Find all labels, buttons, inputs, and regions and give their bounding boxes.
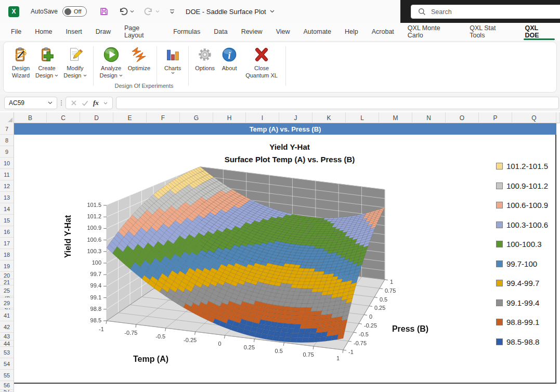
legend-item[interactable]: 101.2-101.5 — [496, 163, 548, 169]
row-header-21[interactable]: 21 — [0, 279, 14, 285]
close-quantum-xl-button[interactable]: Close Quantum XL — [241, 45, 282, 80]
column-header-D[interactable]: D — [80, 112, 113, 123]
tab-data[interactable]: Data — [207, 23, 234, 41]
row-header-10[interactable]: 10 — [0, 158, 14, 169]
tab-draw[interactable]: Draw — [89, 23, 118, 41]
column-header-I[interactable]: I — [246, 112, 279, 123]
excel-app-icon[interactable]: X — [8, 6, 19, 17]
row-header-11[interactable]: 11 — [0, 169, 14, 180]
row-header-55[interactable]: 55 — [0, 370, 14, 381]
column-header-H[interactable]: H — [213, 112, 246, 123]
column-header-M[interactable]: M — [379, 112, 412, 123]
column-header-K[interactable]: K — [312, 112, 346, 123]
customize-quick-access-button[interactable] — [169, 9, 175, 14]
about-button[interactable]: i About — [217, 45, 241, 73]
legend-item[interactable]: 100-100.3 — [496, 241, 548, 247]
column-header-J[interactable]: J — [279, 112, 312, 123]
tab-insert[interactable]: Insert — [59, 23, 89, 41]
undo-button[interactable] — [118, 6, 134, 17]
chart-legend[interactable]: 101.2-101.5100.9-101.2100.6-100.9100.3-1… — [496, 163, 548, 358]
tab-file[interactable]: File — [4, 23, 28, 41]
optimize-button[interactable]: Optimize — [125, 45, 153, 73]
design-wizard-button[interactable]: Design Wizard — [9, 45, 33, 80]
cancel-icon[interactable] — [71, 100, 77, 106]
row-header-18[interactable]: 18 — [0, 249, 14, 260]
column-headers: BCDEFGHIJKLMNOPQ — [0, 112, 560, 123]
create-design-button[interactable]: Create Design — [33, 45, 61, 80]
row-header-16[interactable]: 16 — [0, 226, 14, 238]
column-header-F[interactable]: F — [147, 112, 180, 123]
tab-help[interactable]: Help — [338, 23, 365, 41]
insert-function-button[interactable]: fx — [93, 99, 99, 107]
chart-banner-cell[interactable]: Temp (A) vs. Press (B) — [14, 123, 556, 135]
row-header-12[interactable]: 12 — [0, 180, 14, 192]
tab-qxl-doe[interactable]: QXL DOE — [518, 23, 560, 41]
chevron-down-icon[interactable] — [103, 102, 108, 104]
row-header-25[interactable]: 25 — [0, 285, 14, 296]
row-header-9[interactable]: 9 — [0, 146, 14, 158]
row-header-42[interactable]: 42 — [0, 321, 14, 333]
legend-item[interactable]: 100.9-101.2 — [496, 182, 548, 189]
row-header-44[interactable]: 44 — [0, 341, 14, 347]
legend-label: 100.6-100.9 — [506, 201, 548, 210]
name-box[interactable]: AC59 — [4, 97, 57, 109]
tab-qxl-stat-tools[interactable]: QXL Stat Tools — [463, 23, 518, 41]
tab-page-layout[interactable]: Page Layout — [118, 23, 166, 41]
document-title-menu[interactable]: DOE - Saddle Surface Plot — [186, 8, 275, 16]
row-header-29[interactable]: 29 — [0, 298, 14, 308]
tab-qxl-monte-carlo[interactable]: QXL Monte Carlo — [401, 23, 463, 41]
row-header-43[interactable]: 43 — [0, 333, 14, 341]
charts-button[interactable]: Charts — [161, 45, 185, 75]
select-all-corner[interactable] — [0, 112, 14, 123]
column-header-C[interactable]: C — [47, 112, 80, 123]
row-header-54[interactable]: 54 — [0, 358, 14, 370]
tab-review[interactable]: Review — [235, 23, 269, 41]
legend-item[interactable]: 100.3-100.6 — [496, 221, 548, 228]
options-button[interactable]: Options — [192, 45, 217, 73]
column-header-B[interactable]: B — [14, 112, 47, 123]
legend-item[interactable]: 99.1-99.4 — [496, 299, 548, 306]
row-header-15[interactable]: 15 — [0, 215, 14, 226]
row-header-17[interactable]: 17 — [0, 238, 14, 249]
legend-item[interactable]: 99.7-100 — [496, 260, 548, 267]
row-header-56[interactable]: 56 — [0, 381, 14, 390]
tab-acrobat[interactable]: Acrobat — [365, 23, 401, 41]
column-header-G[interactable]: G — [180, 112, 213, 123]
enter-check-icon[interactable] — [82, 100, 88, 106]
tab-formulas[interactable]: Formulas — [166, 23, 207, 41]
row-header-14[interactable]: 14 — [0, 203, 14, 215]
row-header-7[interactable]: 7 — [0, 123, 14, 135]
legend-item[interactable]: 98.8-99.1 — [496, 319, 548, 325]
column-header-Q[interactable]: Q — [512, 112, 556, 123]
redo-button[interactable] — [144, 6, 160, 17]
column-header-O[interactable]: O — [446, 112, 479, 123]
search-box[interactable]: Search — [411, 5, 560, 19]
column-header-E[interactable]: E — [113, 112, 147, 123]
legend-item[interactable]: 98.5-98.8 — [496, 338, 548, 345]
row-header-13[interactable]: 13 — [0, 192, 14, 203]
row-header-53[interactable]: 53 — [0, 347, 14, 358]
surface-chart-object[interactable]: Yield Y-Hat Surface Plot Temp (A) vs. Pr… — [14, 135, 556, 384]
row-header-19[interactable]: 19 — [0, 260, 14, 272]
row-header-8[interactable]: 8 — [0, 135, 14, 146]
legend-item[interactable]: 99.4-99.7 — [496, 280, 548, 286]
tab-automate[interactable]: Automate — [297, 23, 338, 41]
surface-plot-canvas[interactable] — [66, 163, 461, 382]
tab-home[interactable]: Home — [28, 23, 59, 41]
row-header-57[interactable]: 57 — [0, 390, 14, 392]
column-header-L[interactable]: L — [346, 112, 379, 123]
analyze-design-button[interactable]: Analyze Design — [97, 45, 125, 80]
column-header-partial[interactable] — [556, 112, 560, 123]
column-header-N[interactable]: N — [412, 112, 446, 123]
autosave-toggle[interactable]: Off — [62, 6, 87, 17]
legend-item[interactable]: 100.6-100.9 — [496, 202, 548, 208]
tab-view[interactable]: View — [269, 23, 297, 41]
row-header-20[interactable]: 20 — [0, 272, 14, 279]
z-axis-title: Yield Y-Hat — [63, 198, 74, 276]
modify-design-button[interactable]: Modify Design — [61, 45, 89, 80]
column-header-P[interactable]: P — [479, 112, 512, 123]
row-header-41[interactable]: 41 — [0, 310, 14, 321]
formula-input[interactable] — [116, 97, 559, 109]
chevron-down-icon — [83, 74, 87, 77]
save-button[interactable] — [99, 7, 109, 16]
